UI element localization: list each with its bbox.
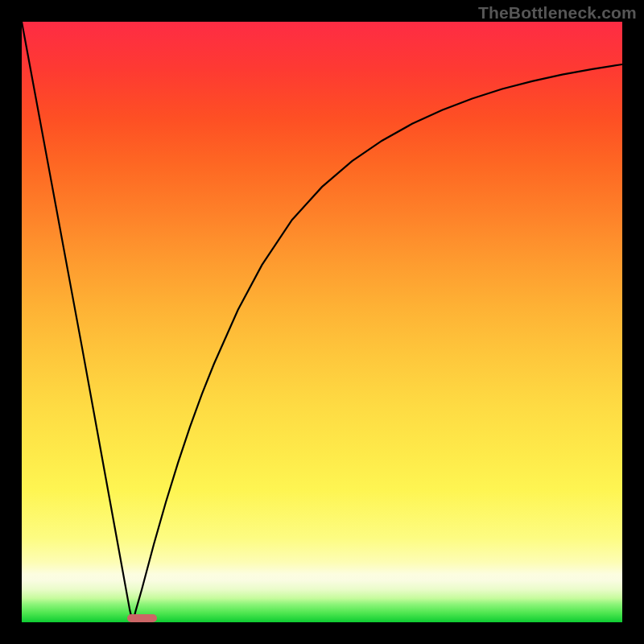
optimal-range-marker <box>127 614 157 622</box>
curve-layer <box>22 22 622 622</box>
chart-frame <box>22 22 622 622</box>
watermark-text: TheBottleneck.com <box>478 3 637 23</box>
bottleneck-curve <box>22 22 622 622</box>
